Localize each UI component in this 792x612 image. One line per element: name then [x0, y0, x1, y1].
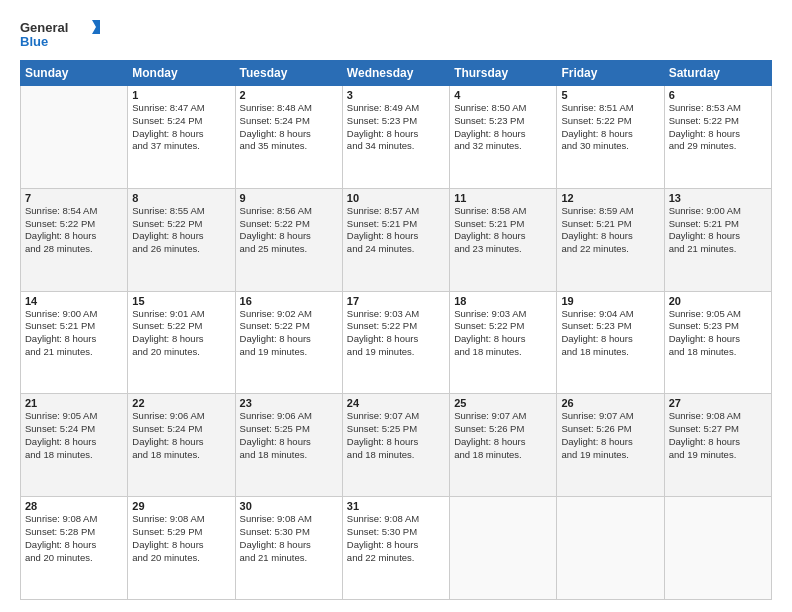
col-header-saturday: Saturday: [664, 61, 771, 86]
calendar-cell: 20Sunrise: 9:05 AM Sunset: 5:23 PM Dayli…: [664, 291, 771, 394]
day-number: 1: [132, 89, 230, 101]
calendar-cell: 23Sunrise: 9:06 AM Sunset: 5:25 PM Dayli…: [235, 394, 342, 497]
calendar-cell: 30Sunrise: 9:08 AM Sunset: 5:30 PM Dayli…: [235, 497, 342, 600]
calendar-cell: 16Sunrise: 9:02 AM Sunset: 5:22 PM Dayli…: [235, 291, 342, 394]
day-number: 4: [454, 89, 552, 101]
col-header-sunday: Sunday: [21, 61, 128, 86]
svg-text:Blue: Blue: [20, 34, 48, 49]
day-info: Sunrise: 9:06 AM Sunset: 5:24 PM Dayligh…: [132, 410, 230, 461]
calendar-table: SundayMondayTuesdayWednesdayThursdayFrid…: [20, 60, 772, 600]
day-info: Sunrise: 9:00 AM Sunset: 5:21 PM Dayligh…: [669, 205, 767, 256]
day-number: 24: [347, 397, 445, 409]
day-number: 27: [669, 397, 767, 409]
col-header-thursday: Thursday: [450, 61, 557, 86]
calendar-cell: 2Sunrise: 8:48 AM Sunset: 5:24 PM Daylig…: [235, 86, 342, 189]
calendar-cell: 9Sunrise: 8:56 AM Sunset: 5:22 PM Daylig…: [235, 188, 342, 291]
day-info: Sunrise: 9:07 AM Sunset: 5:26 PM Dayligh…: [561, 410, 659, 461]
day-info: Sunrise: 9:05 AM Sunset: 5:24 PM Dayligh…: [25, 410, 123, 461]
calendar-cell: 27Sunrise: 9:08 AM Sunset: 5:27 PM Dayli…: [664, 394, 771, 497]
calendar-cell: 1Sunrise: 8:47 AM Sunset: 5:24 PM Daylig…: [128, 86, 235, 189]
calendar-week-row: 7Sunrise: 8:54 AM Sunset: 5:22 PM Daylig…: [21, 188, 772, 291]
day-info: Sunrise: 9:07 AM Sunset: 5:25 PM Dayligh…: [347, 410, 445, 461]
day-number: 29: [132, 500, 230, 512]
day-info: Sunrise: 9:03 AM Sunset: 5:22 PM Dayligh…: [347, 308, 445, 359]
day-info: Sunrise: 8:51 AM Sunset: 5:22 PM Dayligh…: [561, 102, 659, 153]
day-info: Sunrise: 9:00 AM Sunset: 5:21 PM Dayligh…: [25, 308, 123, 359]
day-info: Sunrise: 9:08 AM Sunset: 5:27 PM Dayligh…: [669, 410, 767, 461]
day-number: 20: [669, 295, 767, 307]
day-number: 10: [347, 192, 445, 204]
calendar-cell: 10Sunrise: 8:57 AM Sunset: 5:21 PM Dayli…: [342, 188, 449, 291]
day-number: 3: [347, 89, 445, 101]
col-header-wednesday: Wednesday: [342, 61, 449, 86]
day-number: 21: [25, 397, 123, 409]
day-number: 23: [240, 397, 338, 409]
calendar-week-row: 14Sunrise: 9:00 AM Sunset: 5:21 PM Dayli…: [21, 291, 772, 394]
day-info: Sunrise: 8:58 AM Sunset: 5:21 PM Dayligh…: [454, 205, 552, 256]
day-info: Sunrise: 9:01 AM Sunset: 5:22 PM Dayligh…: [132, 308, 230, 359]
col-header-monday: Monday: [128, 61, 235, 86]
day-info: Sunrise: 8:59 AM Sunset: 5:21 PM Dayligh…: [561, 205, 659, 256]
day-number: 5: [561, 89, 659, 101]
day-info: Sunrise: 8:56 AM Sunset: 5:22 PM Dayligh…: [240, 205, 338, 256]
day-info: Sunrise: 8:49 AM Sunset: 5:23 PM Dayligh…: [347, 102, 445, 153]
day-number: 22: [132, 397, 230, 409]
day-number: 31: [347, 500, 445, 512]
calendar-cell: 25Sunrise: 9:07 AM Sunset: 5:26 PM Dayli…: [450, 394, 557, 497]
calendar-week-row: 21Sunrise: 9:05 AM Sunset: 5:24 PM Dayli…: [21, 394, 772, 497]
day-number: 28: [25, 500, 123, 512]
calendar-cell: 13Sunrise: 9:00 AM Sunset: 5:21 PM Dayli…: [664, 188, 771, 291]
day-info: Sunrise: 9:05 AM Sunset: 5:23 PM Dayligh…: [669, 308, 767, 359]
day-number: 25: [454, 397, 552, 409]
day-info: Sunrise: 8:50 AM Sunset: 5:23 PM Dayligh…: [454, 102, 552, 153]
page-header: General Blue: [20, 16, 772, 52]
day-info: Sunrise: 8:55 AM Sunset: 5:22 PM Dayligh…: [132, 205, 230, 256]
day-number: 26: [561, 397, 659, 409]
calendar-cell: 6Sunrise: 8:53 AM Sunset: 5:22 PM Daylig…: [664, 86, 771, 189]
svg-text:General: General: [20, 20, 68, 35]
day-number: 16: [240, 295, 338, 307]
day-info: Sunrise: 8:48 AM Sunset: 5:24 PM Dayligh…: [240, 102, 338, 153]
calendar-cell: 12Sunrise: 8:59 AM Sunset: 5:21 PM Dayli…: [557, 188, 664, 291]
day-info: Sunrise: 9:02 AM Sunset: 5:22 PM Dayligh…: [240, 308, 338, 359]
day-number: 6: [669, 89, 767, 101]
day-number: 30: [240, 500, 338, 512]
calendar-cell: 14Sunrise: 9:00 AM Sunset: 5:21 PM Dayli…: [21, 291, 128, 394]
calendar-cell: 21Sunrise: 9:05 AM Sunset: 5:24 PM Dayli…: [21, 394, 128, 497]
calendar-cell: 26Sunrise: 9:07 AM Sunset: 5:26 PM Dayli…: [557, 394, 664, 497]
col-header-friday: Friday: [557, 61, 664, 86]
day-info: Sunrise: 8:53 AM Sunset: 5:22 PM Dayligh…: [669, 102, 767, 153]
calendar-week-row: 28Sunrise: 9:08 AM Sunset: 5:28 PM Dayli…: [21, 497, 772, 600]
calendar-cell: [557, 497, 664, 600]
day-number: 19: [561, 295, 659, 307]
calendar-cell: 18Sunrise: 9:03 AM Sunset: 5:22 PM Dayli…: [450, 291, 557, 394]
day-info: Sunrise: 8:47 AM Sunset: 5:24 PM Dayligh…: [132, 102, 230, 153]
day-number: 11: [454, 192, 552, 204]
day-number: 15: [132, 295, 230, 307]
calendar-cell: [450, 497, 557, 600]
calendar-cell: 28Sunrise: 9:08 AM Sunset: 5:28 PM Dayli…: [21, 497, 128, 600]
day-info: Sunrise: 8:57 AM Sunset: 5:21 PM Dayligh…: [347, 205, 445, 256]
col-header-tuesday: Tuesday: [235, 61, 342, 86]
day-info: Sunrise: 9:07 AM Sunset: 5:26 PM Dayligh…: [454, 410, 552, 461]
day-number: 18: [454, 295, 552, 307]
day-info: Sunrise: 8:54 AM Sunset: 5:22 PM Dayligh…: [25, 205, 123, 256]
day-info: Sunrise: 9:04 AM Sunset: 5:23 PM Dayligh…: [561, 308, 659, 359]
calendar-cell: 31Sunrise: 9:08 AM Sunset: 5:30 PM Dayli…: [342, 497, 449, 600]
calendar-cell: 3Sunrise: 8:49 AM Sunset: 5:23 PM Daylig…: [342, 86, 449, 189]
day-number: 13: [669, 192, 767, 204]
day-info: Sunrise: 9:03 AM Sunset: 5:22 PM Dayligh…: [454, 308, 552, 359]
calendar-cell: 5Sunrise: 8:51 AM Sunset: 5:22 PM Daylig…: [557, 86, 664, 189]
calendar-cell: [664, 497, 771, 600]
calendar-cell: 7Sunrise: 8:54 AM Sunset: 5:22 PM Daylig…: [21, 188, 128, 291]
day-number: 7: [25, 192, 123, 204]
logo-svg: General Blue: [20, 16, 100, 52]
calendar-cell: 17Sunrise: 9:03 AM Sunset: 5:22 PM Dayli…: [342, 291, 449, 394]
calendar-week-row: 1Sunrise: 8:47 AM Sunset: 5:24 PM Daylig…: [21, 86, 772, 189]
day-number: 12: [561, 192, 659, 204]
day-info: Sunrise: 9:08 AM Sunset: 5:30 PM Dayligh…: [240, 513, 338, 564]
calendar-header-row: SundayMondayTuesdayWednesdayThursdayFrid…: [21, 61, 772, 86]
day-number: 2: [240, 89, 338, 101]
day-number: 17: [347, 295, 445, 307]
logo: General Blue: [20, 16, 100, 52]
